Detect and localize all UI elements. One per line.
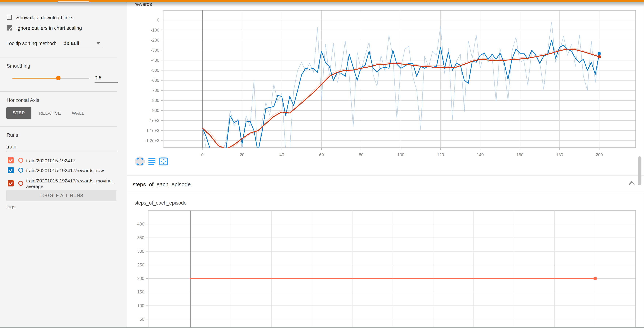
run3-checkbox[interactable] <box>8 180 14 186</box>
run2-label: train/20201015-192417/rewards_raw <box>26 168 104 173</box>
run-filter-input[interactable]: train <box>6 144 16 150</box>
svg-text:-300: -300 <box>151 48 159 53</box>
section-header-title: steps_of_each_episode <box>133 181 191 187</box>
card-border <box>643 194 643 327</box>
tooltip-sorting-value: default <box>64 40 79 46</box>
svg-text:-1.2e+3: -1.2e+3 <box>145 138 159 143</box>
toggle-all-runs-button[interactable]: TOGGLE ALL RUNS <box>6 190 116 201</box>
svg-text:-200: -200 <box>151 38 159 42</box>
run2-radio[interactable] <box>18 168 23 172</box>
svg-text:20: 20 <box>240 153 244 157</box>
tooltip-sorting-dropdown[interactable]: default <box>64 40 103 48</box>
svg-text:-1.1e+3: -1.1e+3 <box>145 128 159 133</box>
run-row[interactable]: train/20201015-192417 <box>8 157 119 164</box>
svg-text:-1e+3: -1e+3 <box>148 118 159 123</box>
ignore-outliers-label: Ignore outliers in chart scaling <box>16 25 82 31</box>
steps-line-chart[interactable]: 40035030025020015010050 <box>127 194 644 328</box>
scrollbar-thumb[interactable] <box>638 156 642 185</box>
chevron-down-icon <box>96 42 100 44</box>
svg-text:200: 200 <box>137 276 144 281</box>
svg-text:300: 300 <box>137 249 144 254</box>
show-data-download-links-row[interactable]: Show data download links <box>6 15 120 21</box>
smoothing-slider-fill <box>12 78 58 79</box>
tensorboard-scalars-page: Show data download links Ignore outliers… <box>0 0 644 328</box>
smoothing-value-field[interactable]: 0.6 <box>94 75 118 83</box>
svg-text:-600: -600 <box>151 78 159 83</box>
divider <box>0 91 117 92</box>
divider <box>0 57 117 58</box>
run1-checkbox[interactable] <box>8 157 14 164</box>
run-filter-underline <box>6 152 118 152</box>
ignore-outliers-row[interactable]: Ignore outliers in chart scaling <box>6 25 120 31</box>
run1-label: train/20201015-192417 <box>26 158 75 164</box>
run3-radio[interactable] <box>18 181 23 186</box>
svg-text:250: 250 <box>137 263 144 267</box>
smoothing-label: Smoothing <box>6 63 30 69</box>
ignore-outliers-checkbox[interactable] <box>6 25 12 30</box>
check-icon <box>8 167 14 173</box>
svg-text:0: 0 <box>157 18 159 22</box>
svg-text:200: 200 <box>596 153 603 157</box>
run1-radio[interactable] <box>18 158 23 163</box>
steps-chart-title: steps_of_each_episode <box>134 200 186 206</box>
svg-text:80: 80 <box>359 153 364 157</box>
show-data-download-links-label: Show data download links <box>16 15 73 21</box>
expand-icon[interactable] <box>136 158 143 165</box>
horizontal-axis-label: Horizontal Axis <box>6 98 39 103</box>
chevron-up-icon[interactable] <box>628 180 635 186</box>
run3-label-line1: train/20201015-192417/rewards_moving_ <box>26 178 114 184</box>
svg-text:-900: -900 <box>151 108 159 113</box>
check-icon <box>8 180 14 186</box>
sidebar: Show data download links Ignore outliers… <box>0 2 127 328</box>
svg-text:120: 120 <box>437 153 444 157</box>
active-tab-indicator <box>58 1 89 2</box>
run3-label-line2: average <box>26 184 43 189</box>
haxis-step-button[interactable]: STEP <box>6 107 31 119</box>
svg-text:60: 60 <box>319 153 324 157</box>
check-icon <box>8 157 14 164</box>
svg-text:50: 50 <box>140 317 144 322</box>
svg-text:-400: -400 <box>151 58 159 63</box>
rewards-line-chart[interactable]: 0-100-200-300-400-500-600-700-800-900-1e… <box>127 2 644 175</box>
run-row[interactable]: train/20201015-192417/rewards_raw <box>8 167 119 174</box>
svg-text:-700: -700 <box>151 88 159 93</box>
svg-text:180: 180 <box>556 153 563 157</box>
svg-text:160: 160 <box>516 153 523 157</box>
check-icon <box>7 25 13 32</box>
svg-text:40: 40 <box>280 153 284 157</box>
log-scale-icon[interactable] <box>148 158 156 165</box>
smoothing-slider-thumb[interactable] <box>56 76 60 80</box>
haxis-wall-button[interactable]: WALL <box>72 111 84 116</box>
top-app-bar <box>0 0 644 2</box>
svg-text:150: 150 <box>137 290 144 294</box>
svg-text:-800: -800 <box>151 98 159 103</box>
divider <box>0 126 117 127</box>
runs-title: Runs <box>6 132 18 138</box>
svg-text:140: 140 <box>477 153 484 157</box>
tooltip-sorting-label: Tooltip sorting method: <box>6 41 56 46</box>
card-border <box>643 7 643 175</box>
svg-text:100: 100 <box>397 153 404 157</box>
svg-text:350: 350 <box>137 235 144 240</box>
fit-domain-icon[interactable] <box>159 158 168 165</box>
svg-text:-100: -100 <box>151 28 159 32</box>
run2-checkbox[interactable] <box>8 167 14 173</box>
haxis-relative-button[interactable]: RELATIVE <box>39 111 61 116</box>
window-bottom-edge <box>0 327 644 328</box>
svg-text:100: 100 <box>137 303 144 308</box>
dropdown-underline <box>64 48 103 48</box>
logs-label: logs <box>6 204 15 210</box>
show-data-download-links-checkbox[interactable] <box>6 15 12 20</box>
svg-text:-500: -500 <box>151 68 159 73</box>
svg-text:400: 400 <box>137 222 144 226</box>
svg-text:0: 0 <box>201 153 204 157</box>
run-row[interactable]: train/20201015-192417/rewards_moving_ av… <box>8 178 119 191</box>
section-header[interactable]: steps_of_each_episode <box>127 175 644 193</box>
rewards-chart-title: rewards <box>134 1 152 7</box>
